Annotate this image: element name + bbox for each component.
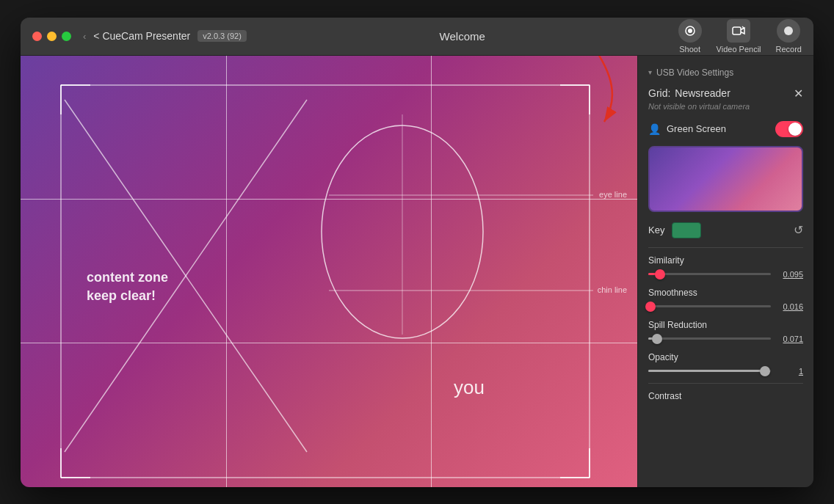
spill-reduction-value: 0.071	[777, 335, 803, 343]
spill-reduction-section: Spill Reduction 0.071	[638, 315, 813, 348]
green-screen-preview	[648, 146, 803, 212]
smoothness-label: Smoothness	[648, 288, 803, 298]
video-pencil-icon	[727, 19, 750, 43]
opacity-label: Opacity	[648, 352, 803, 362]
toggle-knob	[788, 123, 802, 136]
content-area: content zone keep clear! you eye line ch…	[21, 56, 813, 487]
record-icon	[777, 19, 800, 43]
window-tab-label: Welcome	[440, 30, 485, 43]
key-label: Key	[648, 224, 664, 235]
divider-2	[648, 383, 803, 384]
video-area: content zone keep clear! you eye line ch…	[21, 56, 637, 487]
titlebar-right: Shoot Video Pencil Record	[678, 19, 802, 54]
traffic-lights	[32, 32, 71, 41]
grid-close-button[interactable]: ✕	[794, 87, 803, 101]
shoot-label: Shoot	[679, 45, 700, 54]
video-pencil-label: Video Pencil	[717, 45, 761, 54]
spill-reduction-track[interactable]	[648, 337, 771, 340]
contrast-label: Contrast	[648, 391, 803, 401]
svg-line-3	[742, 26, 744, 28]
smoothness-value: 0.016	[777, 302, 803, 311]
opacity-thumb[interactable]	[760, 366, 770, 376]
version-badge: v2.0.3 (92)	[197, 30, 247, 42]
usb-video-settings-header[interactable]: ▾ USB Video Settings	[638, 63, 813, 82]
key-row: Key ↺	[638, 216, 813, 244]
side-panel: ▾ USB Video Settings Grid: Newsreader ✕ …	[637, 56, 813, 487]
smoothness-row: 0.016	[648, 302, 803, 311]
you-label: you	[454, 376, 485, 399]
spill-reduction-thumb[interactable]	[652, 334, 662, 344]
spill-reduction-row: 0.071	[648, 335, 803, 343]
opacity-row: 1	[648, 367, 803, 376]
reset-key-button[interactable]: ↺	[794, 223, 803, 237]
smoothness-thumb[interactable]	[645, 302, 656, 312]
key-color-swatch[interactable]	[672, 222, 701, 238]
titlebar: ‹ < CueCam Presenter v2.0.3 (92) Welcome…	[21, 18, 813, 56]
opacity-value: 1	[777, 367, 803, 376]
not-visible-text: Not visible on virtual camera	[638, 102, 813, 117]
shoot-icon	[678, 19, 702, 43]
video-pencil-button[interactable]: Video Pencil	[717, 19, 761, 54]
usb-settings-label: USB Video Settings	[656, 67, 733, 78]
similarity-value: 0.095	[777, 270, 803, 279]
opacity-fill	[648, 370, 765, 372]
similarity-track[interactable]	[648, 273, 771, 275]
content-zone-line1: content zone	[87, 269, 168, 287]
fullscreen-button[interactable]	[62, 32, 71, 41]
opacity-section: Opacity 1	[638, 348, 813, 380]
app-title: < CueCam Presenter	[93, 30, 190, 42]
content-zone-line2: keep clear!	[87, 287, 168, 305]
similarity-label: Similarity	[648, 255, 803, 266]
green-screen-toggle[interactable]	[775, 121, 803, 137]
record-button[interactable]: Record	[776, 19, 802, 54]
chevron-icon: ▾	[648, 68, 652, 76]
eye-line-label: eye line	[599, 190, 627, 199]
opacity-track[interactable]	[648, 370, 771, 372]
person-icon: 👤	[648, 123, 661, 135]
similarity-thumb[interactable]	[655, 269, 665, 280]
spill-reduction-label: Spill Reduction	[648, 320, 803, 330]
similarity-row: 0.095	[648, 270, 803, 279]
close-button[interactable]	[32, 32, 42, 41]
grid-row: Grid: Newsreader ✕	[638, 82, 813, 102]
divider-1	[648, 247, 803, 248]
shoot-button[interactable]: Shoot	[678, 19, 702, 54]
contrast-section: Contrast	[638, 387, 813, 410]
content-zone-text: content zone keep clear!	[87, 269, 168, 305]
svg-rect-2	[733, 27, 741, 34]
smoothness-section: Smoothness 0.016	[638, 283, 813, 315]
minimize-button[interactable]	[47, 32, 57, 41]
chin-line-label: chin line	[598, 285, 627, 294]
back-arrow-icon[interactable]: ‹	[83, 31, 86, 42]
titlebar-left: ‹ < CueCam Presenter v2.0.3 (92)	[83, 30, 247, 42]
similarity-section: Similarity 0.095	[638, 251, 813, 283]
record-label: Record	[776, 45, 802, 54]
app-window: ‹ < CueCam Presenter v2.0.3 (92) Welcome…	[21, 18, 813, 487]
svg-point-1	[688, 29, 692, 33]
grid-value: Newsreader	[675, 87, 794, 99]
grid-label: Grid:	[648, 87, 670, 99]
titlebar-center: Welcome	[247, 30, 678, 43]
green-screen-row: 👤 Green Screen	[638, 117, 813, 142]
smoothness-track[interactable]	[648, 305, 771, 307]
green-screen-label: Green Screen	[667, 123, 769, 134]
